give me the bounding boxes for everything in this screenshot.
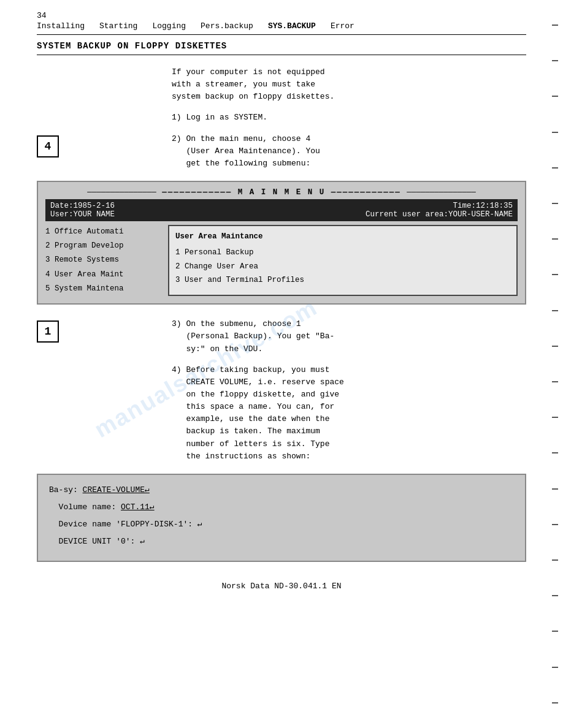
tick-15 bbox=[552, 524, 558, 525]
tick-11 bbox=[552, 381, 558, 382]
nav-pers-backup: Pers.backup bbox=[201, 21, 253, 31]
submenu-item-3: 3 User and Terminal Profiles bbox=[175, 273, 510, 287]
intro-left bbox=[37, 66, 159, 103]
tick-8 bbox=[552, 274, 558, 275]
tick-3 bbox=[552, 96, 558, 97]
step2-row: 4 2) On the main menu, choose 4 (User Ar… bbox=[37, 133, 526, 170]
step1-left bbox=[37, 112, 159, 124]
terminal-line-3: Device name 'FLOPPY-DISK-1': ↵ bbox=[49, 517, 514, 533]
menu-body: 1 Office Automati 2 Program Develop 3 Re… bbox=[45, 225, 518, 296]
submenu-item-2: 2 Change User Area bbox=[175, 260, 510, 274]
step3-text: 3) On the submenu, choose 1 (Personal Ba… bbox=[172, 318, 526, 355]
page-header: 34 bbox=[37, 11, 526, 20]
tick-10 bbox=[552, 346, 558, 347]
tick-18 bbox=[552, 631, 558, 632]
nav-bar: Installing Starting Logging Pers.backup … bbox=[37, 21, 526, 31]
terminal-cmd-2: OCT.11↵ bbox=[121, 502, 155, 512]
terminal-line-2: Volume name: OCT.11↵ bbox=[49, 499, 514, 515]
nav-starting: Starting bbox=[99, 21, 137, 31]
page-tick-marks bbox=[552, 0, 563, 728]
tick-4 bbox=[552, 132, 558, 133]
terminal-cmd-1: CREATE-VOLUME↵ bbox=[83, 485, 150, 495]
menu-date: Date:1985-2-16 bbox=[50, 202, 115, 210]
step2-text: 2) On the main menu, choose 4 (User Area… bbox=[172, 133, 526, 170]
nav-installing: Installing bbox=[37, 21, 85, 31]
tick-7 bbox=[552, 238, 558, 240]
terminal-box: Ba-sy: CREATE-VOLUME↵ Volume name: OCT.1… bbox=[37, 474, 526, 562]
box-1: 1 bbox=[37, 320, 59, 343]
tick-19 bbox=[552, 667, 558, 668]
menu-item-2: 2 Program Develop bbox=[45, 239, 168, 253]
menu-left-panel: 1 Office Automati 2 Program Develop 3 Re… bbox=[45, 225, 168, 296]
box-4: 4 bbox=[37, 135, 59, 157]
terminal-cmd-4: ↵ bbox=[140, 537, 145, 546]
tick-5 bbox=[552, 167, 558, 169]
terminal-line-1: Ba-sy: CREATE-VOLUME↵ bbox=[49, 482, 514, 498]
step2-left: 4 bbox=[37, 133, 159, 170]
step4-left bbox=[37, 364, 159, 463]
terminal-line-4: DEVICE UNIT '0': ↵ bbox=[49, 534, 514, 550]
tick-2 bbox=[552, 60, 558, 61]
menu-current-area: Current user area:YOUR-USER-NAME bbox=[366, 210, 513, 219]
menu-title: ———————————— M A I N M E N U ———————————… bbox=[45, 188, 518, 197]
menu-header-right: Time:12:18:35 Current user area:YOUR-USE… bbox=[366, 202, 513, 219]
tick-14 bbox=[552, 488, 558, 490]
submenu-item-1: 1 Personal Backup bbox=[175, 246, 510, 260]
page-number: 34 bbox=[37, 11, 47, 20]
step3-left: 1 bbox=[37, 318, 159, 355]
section-divider bbox=[37, 55, 526, 55]
header-divider bbox=[37, 34, 526, 35]
menu-item-5: 5 System Maintena bbox=[45, 282, 168, 296]
footer: Norsk Data ND-30.041.1 EN bbox=[37, 582, 526, 591]
step4-row: 4) Before taking backup, you must CREATE… bbox=[37, 364, 526, 463]
menu-header-left: Date:1985-2-16 User:YOUR NAME bbox=[50, 202, 115, 219]
intro-section: If your computer is not equippedwith a s… bbox=[37, 66, 526, 103]
menu-header-bar: Date:1985-2-16 User:YOUR NAME Time:12:18… bbox=[45, 199, 518, 221]
tick-17 bbox=[552, 595, 558, 596]
menu-item-4: 4 User Area Maint bbox=[45, 268, 168, 282]
menu-item-3: 3 Remote Systems bbox=[45, 253, 168, 267]
section-title: SYSTEM BACKUP ON FLOPPY DISKETTES bbox=[37, 41, 526, 51]
tick-13 bbox=[552, 452, 558, 453]
menu-screen: ———————————— M A I N M E N U ———————————… bbox=[37, 181, 526, 305]
nav-logging: Logging bbox=[152, 21, 186, 31]
tick-12 bbox=[552, 417, 558, 418]
intro-text: If your computer is not equippedwith a s… bbox=[172, 67, 334, 101]
tick-6 bbox=[552, 203, 558, 204]
menu-user: User:YOUR NAME bbox=[50, 210, 115, 219]
nav-error: Error bbox=[331, 21, 354, 31]
terminal-cmd-3: ↵ bbox=[197, 520, 202, 529]
intro-right: If your computer is not equippedwith a s… bbox=[172, 66, 526, 103]
tick-16 bbox=[552, 559, 558, 561]
menu-time: Time:12:18:35 bbox=[366, 202, 513, 210]
nav-sys-backup: SYS.BACKUP bbox=[268, 21, 316, 31]
step1-row: 1) Log in as SYSTEM. bbox=[37, 112, 526, 124]
menu-right-panel: User Area Maintance 1 Personal Backup 2 … bbox=[168, 225, 518, 296]
step4-text: 4) Before taking backup, you must CREATE… bbox=[172, 364, 526, 463]
menu-item-1: 1 Office Automati bbox=[45, 225, 168, 239]
step3-row: 1 3) On the submenu, choose 1 (Personal … bbox=[37, 318, 526, 355]
submenu-title: User Area Maintance bbox=[175, 230, 510, 244]
tick-1 bbox=[552, 25, 558, 26]
tick-20 bbox=[552, 702, 558, 703]
tick-9 bbox=[552, 310, 558, 311]
step1-text: 1) Log in as SYSTEM. bbox=[172, 112, 526, 124]
